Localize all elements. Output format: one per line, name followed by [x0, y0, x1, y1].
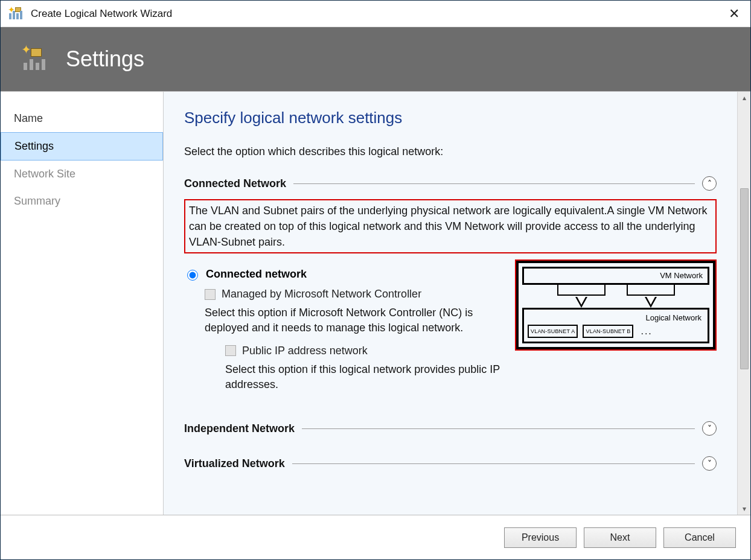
window-title: Create Logical Network Wizard: [31, 8, 724, 20]
publicip-help: Select this option if this logical netwo…: [225, 362, 509, 392]
content-wrap: Specify logical network settings Select …: [164, 92, 750, 515]
expand-icon[interactable]: ˅: [702, 456, 717, 471]
footer: Previous Next Cancel: [1, 515, 750, 559]
checkbox-managed-row: Managed by Microsoft Network Controller: [205, 288, 509, 301]
page-intro: Select the option which describes this l…: [184, 145, 717, 158]
radio-connected-network-row: Connected network: [184, 268, 509, 281]
diagram-subnet-b: VLAN-SUBNET B: [583, 325, 633, 338]
section-header-virtualized: Virtualized Network ˅: [184, 456, 717, 471]
section-title-connected: Connected Network: [184, 177, 286, 190]
scroll-down-icon[interactable]: ▾: [738, 503, 750, 515]
connected-options: Connected network Managed by Microsoft N…: [184, 259, 509, 401]
section-header-connected: Connected Network ˄: [184, 176, 717, 191]
checkbox-managed-label: Managed by Microsoft Network Controller: [222, 288, 421, 301]
banner-title: Settings: [66, 46, 144, 72]
step-name[interactable]: Name: [1, 105, 163, 132]
divider: [293, 183, 695, 184]
banner-icon: ✦: [22, 45, 53, 74]
diagram-logical-label: Logical Network: [528, 313, 704, 325]
diagram-highlight: VM Network Logical Network VLAN-SUBNET A…: [515, 259, 717, 351]
wizard-icon: ✦: [9, 7, 25, 21]
page-heading: Specify logical network settings: [184, 109, 717, 127]
scroll-thumb[interactable]: [740, 188, 749, 369]
step-settings[interactable]: Settings: [1, 132, 163, 161]
checkbox-publicip-label: Public IP address network: [242, 345, 368, 357]
banner: ✦ Settings: [1, 27, 750, 91]
sidebar: Name Settings Network Site Summary: [1, 92, 164, 515]
connected-description: The VLAN and Subnet pairs of the underly…: [189, 203, 712, 250]
collapse-icon[interactable]: ˄: [702, 176, 717, 191]
network-diagram: VM Network Logical Network VLAN-SUBNET A…: [516, 261, 715, 349]
checkbox-managed[interactable]: [205, 289, 216, 300]
divider: [302, 428, 695, 429]
diagram-logical-network: Logical Network VLAN-SUBNET A VLAN-SUBNE…: [522, 308, 709, 343]
diagram-arrows: [522, 285, 709, 308]
section-title-independent: Independent Network: [184, 422, 295, 435]
next-button[interactable]: Next: [584, 527, 656, 548]
titlebar: ✦ Create Logical Network Wizard ✕: [1, 1, 750, 27]
checkbox-publicip[interactable]: [225, 345, 236, 356]
body: Name Settings Network Site Summary Speci…: [1, 91, 750, 515]
diagram-subnets: VLAN-SUBNET A VLAN-SUBNET B ...: [528, 325, 704, 338]
expand-icon[interactable]: ˅: [702, 421, 717, 436]
cancel-button[interactable]: Cancel: [663, 527, 736, 548]
previous-button[interactable]: Previous: [504, 527, 577, 548]
radio-connected-label: Connected network: [206, 268, 307, 281]
section-title-virtualized: Virtualized Network: [184, 457, 285, 470]
scroll-up-icon[interactable]: ▴: [738, 92, 750, 104]
diagram-vm-network: VM Network: [522, 267, 709, 285]
section-header-independent: Independent Network ˅: [184, 421, 717, 436]
close-icon[interactable]: ✕: [724, 6, 744, 22]
diagram-subnet-a: VLAN-SUBNET A: [528, 325, 578, 338]
step-network-site[interactable]: Network Site: [1, 161, 163, 188]
wizard-window: ✦ Create Logical Network Wizard ✕ ✦ Sett…: [0, 0, 751, 560]
scrollbar[interactable]: ▴ ▾: [737, 92, 750, 515]
diagram-ellipsis: ...: [638, 326, 652, 337]
checkbox-publicip-row: Public IP address network: [225, 345, 509, 357]
content: Specify logical network settings Select …: [164, 92, 737, 515]
radio-connected-network[interactable]: [187, 270, 198, 281]
description-highlight: The VLAN and Subnet pairs of the underly…: [184, 199, 717, 253]
connected-options-row: Connected network Managed by Microsoft N…: [184, 259, 717, 401]
divider: [292, 463, 695, 464]
step-summary[interactable]: Summary: [1, 188, 163, 215]
managed-help: Select this option if Microsoft Network …: [205, 305, 488, 336]
